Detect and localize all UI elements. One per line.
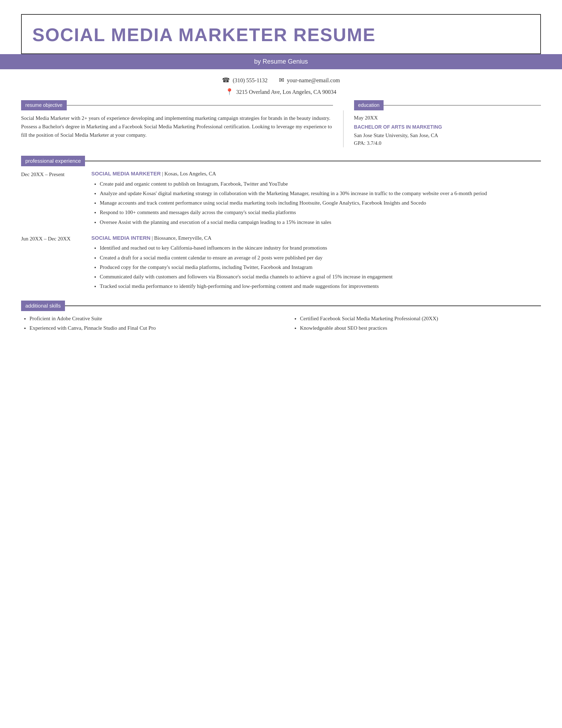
exp-job-title-1: SOCIAL MEDIA MARKETER <box>91 170 161 176</box>
exp-dates-2: Jun 20XX – Dec 20XX <box>21 234 91 292</box>
exp-content-2: SOCIAL MEDIA INTERN | Biossance, Emeryvi… <box>91 234 541 292</box>
bullet-1-5: Oversee Assist with the planning and exe… <box>100 218 541 226</box>
experience-entry-1: Dec 20XX – Present SOCIAL MEDIA MARKETER… <box>21 170 541 228</box>
byline-bar: by Resume Genius <box>0 54 562 69</box>
exp-content-1: SOCIAL MEDIA MARKETER | Kosas, Los Angel… <box>91 170 541 228</box>
contact-row-2: 📍 3215 Overland Ave, Los Angeles, CA 900… <box>226 87 336 97</box>
bullet-2-5: Tracked social media performance to iden… <box>100 282 541 290</box>
contact-row-1: ☎ (310) 555-1132 ✉ your-name@email.com <box>222 76 340 85</box>
bullet-2-4: Communicated daily with customers and fo… <box>100 273 541 281</box>
skills-list-right: Certified Facebook Social Media Marketin… <box>292 315 541 333</box>
experience-section-header: professional experience <box>21 156 541 167</box>
bullet-1-4: Respond to 100+ comments and messages da… <box>100 208 541 217</box>
phone-item: ☎ (310) 555-1132 <box>222 76 267 85</box>
skill-left-1: Proficient in Adobe Creative Suite <box>30 315 270 323</box>
skills-content: Proficient in Adobe Creative Suite Exper… <box>21 315 541 334</box>
education-line <box>384 105 541 106</box>
exp-company-2: | Biossance, Emeryville, CA <box>152 235 211 241</box>
phone-icon: ☎ <box>222 76 230 85</box>
exp-title-line-1: SOCIAL MEDIA MARKETER | Kosas, Los Angel… <box>91 170 541 178</box>
objective-section-header: resume objective <box>21 100 333 110</box>
resume-title: SOCIAL MEDIA MARKETER RESUME <box>32 21 530 49</box>
obj-header-col: resume objective <box>21 100 344 110</box>
edu-header-col: education <box>344 100 541 110</box>
bullet-2-1: Identified and reached out to key Califo… <box>100 244 541 252</box>
bullet-1-3: Manage accounts and track content perfor… <box>100 199 541 207</box>
bullet-1-2: Analyze and update Kosas' digital market… <box>100 189 541 198</box>
education-section-header: education <box>354 100 541 110</box>
education-content: May 20XX BACHELOR OF ARTS IN MARKETING S… <box>344 110 541 147</box>
header-box: SOCIAL MEDIA MARKETER RESUME <box>21 14 541 54</box>
objective-line <box>67 105 333 106</box>
address-text: 3215 Overland Ave, Los Angeles, CA 90034 <box>236 88 336 96</box>
skill-right-2: Knowledgeable about SEO best practices <box>300 324 541 332</box>
objective-content: Social Media Marketer with 2+ years of e… <box>21 110 344 147</box>
edu-date: May 20XX <box>354 114 541 122</box>
exp-dates-1: Dec 20XX – Present <box>21 170 91 228</box>
bullet-2-3: Produced copy for the company's social m… <box>100 263 541 271</box>
bullet-1-1: Create paid and organic content to publi… <box>100 180 541 188</box>
byline-text: by Resume Genius <box>254 58 308 65</box>
contact-info: ☎ (310) 555-1132 ✉ your-name@email.com 📍… <box>21 76 541 97</box>
email-item: ✉ your-name@email.com <box>279 76 340 85</box>
experience-line <box>85 161 541 161</box>
skills-col-right: Certified Facebook Social Media Marketin… <box>292 315 541 334</box>
experience-entry-2: Jun 20XX – Dec 20XX SOCIAL MEDIA INTERN … <box>21 234 541 292</box>
address-item: 📍 3215 Overland Ave, Los Angeles, CA 900… <box>226 87 336 97</box>
skills-list-left: Proficient in Adobe Creative Suite Exper… <box>21 315 270 333</box>
bullet-2-2: Created a draft for a social media conte… <box>100 254 541 262</box>
exp-title-line-2: SOCIAL MEDIA INTERN | Biossance, Emeryvi… <box>91 234 541 242</box>
obj-edu-content: Social Media Marketer with 2+ years of e… <box>21 110 541 147</box>
skills-line <box>65 305 541 306</box>
skill-right-1: Certified Facebook Social Media Marketin… <box>300 315 541 323</box>
exp-bullets-2: Identified and reached out to key Califo… <box>91 244 541 290</box>
resume-page: SOCIAL MEDIA MARKETER RESUME by Resume G… <box>0 0 562 728</box>
experience-label: professional experience <box>21 156 85 167</box>
objective-text: Social Media Marketer with 2+ years of e… <box>21 114 333 139</box>
edu-degree: BACHELOR OF ARTS IN MARKETING <box>354 123 541 131</box>
edu-school: San Jose State University, San Jose, CA <box>354 131 541 140</box>
objective-label: resume objective <box>21 100 67 110</box>
education-label: education <box>354 100 384 110</box>
phone-text: (310) 555-1132 <box>233 76 267 85</box>
obj-edu-headers: resume objective education <box>21 100 541 110</box>
skills-section-header: additional skills <box>21 301 541 311</box>
exp-company-1: | Kosas, Los Angeles, CA <box>162 171 216 176</box>
exp-bullets-1: Create paid and organic content to publi… <box>91 180 541 226</box>
email-icon: ✉ <box>279 76 284 85</box>
edu-gpa: GPA: 3.7/4.0 <box>354 139 541 147</box>
exp-job-title-2: SOCIAL MEDIA INTERN <box>91 235 150 241</box>
email-text: your-name@email.com <box>287 76 340 85</box>
skills-label: additional skills <box>21 301 65 311</box>
address-icon: 📍 <box>226 87 233 97</box>
skill-left-2: Experienced with Canva, Pinnacle Studio … <box>30 324 270 332</box>
skills-col-left: Proficient in Adobe Creative Suite Exper… <box>21 315 270 334</box>
